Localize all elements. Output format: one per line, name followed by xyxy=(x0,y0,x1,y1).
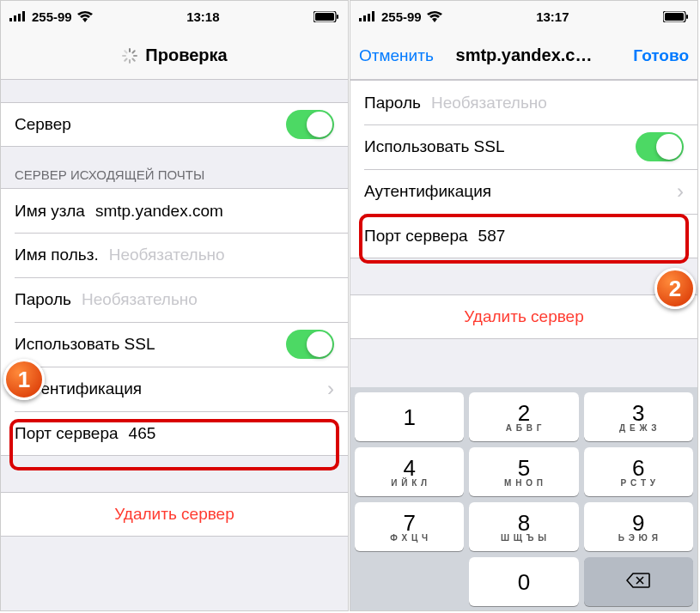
clock: 13:18 xyxy=(186,9,219,24)
signal-icon xyxy=(9,11,27,21)
delete-server-button[interactable]: Удалить сервер xyxy=(350,294,697,339)
svg-rect-3 xyxy=(22,11,25,21)
backspace-icon xyxy=(626,572,650,592)
svg-rect-15 xyxy=(359,18,362,21)
nav-title: Проверка xyxy=(145,46,227,65)
nav-bar: Проверка xyxy=(1,32,348,80)
delete-server-button[interactable]: Удалить сервер xyxy=(1,492,348,537)
auth-row[interactable]: Аутентификация › xyxy=(350,169,697,214)
host-row[interactable]: Имя узла smtp.yandex.com xyxy=(1,188,348,233)
server-toggle[interactable] xyxy=(286,110,334,139)
cancel-button[interactable]: Отменить xyxy=(359,46,434,65)
password-row[interactable]: Пароль Необязательно xyxy=(1,277,348,322)
host-label: Имя узла xyxy=(15,202,85,221)
delete-server-label: Удалить сервер xyxy=(114,505,234,524)
ssl-label: Использовать SSL xyxy=(15,335,155,354)
key-8[interactable]: 8Ш Щ Ъ Ы xyxy=(469,502,578,551)
ssl-toggle[interactable] xyxy=(286,330,334,359)
password-label: Пароль xyxy=(364,94,421,112)
svg-rect-6 xyxy=(337,15,338,19)
step-badge-1: 1 xyxy=(3,359,45,400)
key-5[interactable]: 5М Н О П xyxy=(469,447,578,496)
password-placeholder: Необязательно xyxy=(431,94,547,112)
svg-rect-2 xyxy=(18,14,21,21)
key-blank xyxy=(355,557,464,606)
svg-rect-18 xyxy=(372,11,374,21)
nav-title: smtp.yandex.c… xyxy=(456,46,593,65)
server-label: Сервер xyxy=(15,115,71,134)
carrier-label: 255-99 xyxy=(381,9,422,24)
nav-bar: Отменить smtp.yandex.c… Готово xyxy=(350,32,697,80)
svg-line-12 xyxy=(125,58,127,60)
svg-rect-0 xyxy=(9,18,12,21)
key-9[interactable]: 9Ь Э Ю Я xyxy=(584,502,693,551)
username-placeholder: Необязательно xyxy=(109,246,225,264)
svg-line-14 xyxy=(125,51,127,52)
status-bar: 255-99 13:17 xyxy=(350,1,697,32)
svg-rect-16 xyxy=(363,15,366,21)
password-label: Пароль xyxy=(15,290,71,309)
password-placeholder: Необязательно xyxy=(82,290,198,309)
chevron-right-icon: › xyxy=(677,179,684,203)
wifi-icon xyxy=(427,11,442,22)
spinner-icon xyxy=(121,47,138,64)
chevron-right-icon: › xyxy=(327,377,334,401)
battery-icon xyxy=(663,11,689,22)
delete-server-label: Удалить сервер xyxy=(464,307,583,326)
auth-label: Аутентификация xyxy=(364,182,491,201)
phone-right: 255-99 13:17 Отменить smtp.yandex.c… Гот… xyxy=(350,0,698,611)
battery-icon xyxy=(313,11,339,22)
signal-icon xyxy=(359,11,376,21)
port-row[interactable]: Порт сервера 587 xyxy=(350,214,697,258)
host-value: smtp.yandex.com xyxy=(95,202,223,221)
key-4[interactable]: 4И Й К Л xyxy=(355,447,464,496)
key-backspace[interactable] xyxy=(584,557,693,606)
done-button[interactable]: Готово xyxy=(633,46,689,65)
svg-rect-17 xyxy=(368,14,370,21)
server-toggle-row[interactable]: Сервер xyxy=(1,102,348,147)
ssl-toggle[interactable] xyxy=(636,132,684,161)
svg-line-10 xyxy=(133,58,135,60)
key-2[interactable]: 2А Б В Г xyxy=(469,392,578,441)
ssl-row[interactable]: Использовать SSL xyxy=(1,322,348,367)
key-7[interactable]: 7Ф Х Ц Ч xyxy=(355,502,464,551)
step-badge-2: 2 xyxy=(654,268,696,309)
clock: 13:17 xyxy=(536,9,569,24)
port-row[interactable]: Порт сервера 465 xyxy=(1,411,348,456)
svg-rect-20 xyxy=(665,13,684,21)
port-value: 587 xyxy=(478,227,506,246)
ssl-label: Использовать SSL xyxy=(364,137,504,156)
svg-line-8 xyxy=(133,51,135,52)
password-row[interactable]: Пароль Необязательно xyxy=(350,80,697,124)
section-header-outgoing: Сервер исходящей почты xyxy=(1,147,348,188)
port-value: 465 xyxy=(129,424,156,443)
wifi-icon xyxy=(77,11,93,22)
ssl-row[interactable]: Использовать SSL xyxy=(350,124,697,169)
port-label: Порт сервера xyxy=(15,424,119,443)
content-left: Сервер Сервер исходящей почты Имя узла s… xyxy=(1,80,348,610)
username-label: Имя польз. xyxy=(15,246,99,264)
svg-rect-21 xyxy=(686,15,688,19)
svg-rect-5 xyxy=(315,13,334,21)
content-right: Пароль Необязательно Использовать SSL Ау… xyxy=(350,80,697,387)
key-0[interactable]: 0 xyxy=(469,557,578,606)
username-row[interactable]: Имя польз. Необязательно xyxy=(1,233,348,277)
key-6[interactable]: 6Р С Т У xyxy=(584,447,693,496)
status-bar: 255-99 13:18 xyxy=(1,1,348,32)
phone-left: 255-99 13:18 Проверка Сервер Сервер исхо… xyxy=(0,0,349,611)
key-3[interactable]: 3Д Е Ж З xyxy=(584,392,693,441)
carrier-label: 255-99 xyxy=(32,9,72,24)
svg-rect-1 xyxy=(14,15,16,21)
port-label: Порт сервера xyxy=(364,227,468,246)
auth-row[interactable]: Аутентификация › xyxy=(1,367,348,411)
key-1[interactable]: 1 xyxy=(355,392,464,441)
numeric-keypad: 1 2А Б В Г 3Д Е Ж З 4И Й К Л 5М Н О П 6Р… xyxy=(350,387,697,610)
